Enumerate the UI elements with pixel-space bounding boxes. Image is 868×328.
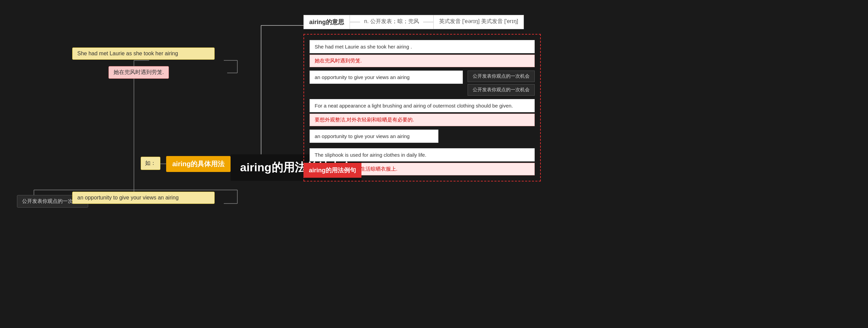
right-s4-en-text: an opportunity to give your views an air… [315,133,410,139]
right-s1-zh-text: 她在兜风时遇到劳笼. [315,58,362,63]
connector-label-text: 如： [145,160,156,166]
bottom-example-text: an opportunity to give your views an air… [77,195,179,200]
right-sentence-2-row: an opportunity to give your views an air… [310,71,535,96]
right-s2-en-text: an opportunity to give your views an air… [315,74,410,80]
right-s3-zh-text: 要想外观整洁,对外衣轻刷和晾晒是有必要的. [315,117,414,122]
right-s1-en-text: She had met Laurie as she took her airin… [315,44,412,50]
example-label: airing的用法例句 [303,163,361,178]
right-s2-label2: 公开发表你观点的一次机会 [468,84,535,96]
right-sentence-5-en: The sliphook is used for airing clothes … [310,148,535,161]
top-example-text: She had met Laurie as she took her airin… [77,51,178,56]
right-sentence-4-row: an opportunity to give your views an air… [310,130,535,145]
right-sentence-2-labels: 公开发表你观点的一次机会 公开发表你观点的一次机会 [468,71,535,96]
example-label-text: airing的用法例句 [309,167,356,174]
top-translation-node: 她在兜风时遇到劳笼. [108,66,169,79]
meaning-definition: n. 公开发表；晾；兜风 [360,15,423,29]
top-translation-text: 她在兜风时遇到劳笼. [114,69,164,75]
meaning-dash-line [350,15,360,29]
right-s2-label1: 公开发表你观点的一次机会 [468,71,535,82]
bottom-example-node: an opportunity to give your views an air… [72,192,215,204]
right-s2-label2-text: 公开发表你观点的一次机会 [473,87,530,92]
specific-usage-node: airing的具体用法 [166,156,231,172]
right-sentence-1-en: She had met Laurie as she took her airin… [310,40,535,53]
right-s3-en-text: For a neat appearance a light brushing a… [315,103,513,109]
right-s2-label1-text: 公开发表你观点的一次机会 [473,73,530,79]
meaning-header-row: airing的意思 n. 公开发表；晾；兜风 英式发音 ['eərɪŋ] 美式发… [303,15,524,29]
right-sentence-2-en: an opportunity to give your views an air… [310,71,463,84]
right-examples-box: She had met Laurie as she took her airin… [303,34,541,181]
connector-label: 如： [141,157,160,170]
right-sentence-1-zh: 她在兜风时遇到劳笼. [310,55,535,67]
specific-usage-label: airing的具体用法 [172,160,224,168]
meaning-dash-line2 [423,15,433,29]
pronunciation-box: 英式发音 ['eərɪŋ] 美式发音 ['erɪŋ] [433,15,524,29]
meaning-label-text: airing的意思 [309,19,344,25]
top-example-node: She had met Laurie as she took her airin… [72,47,215,60]
pronunciation-text: 英式发音 ['eərɪŋ] 美式发音 ['erɪŋ] [439,18,518,24]
meaning-label: airing的意思 [303,15,350,29]
meaning-def-text: n. 公开发表；晾；兜风 [364,18,419,24]
right-sentence-3-en: For a neat appearance a light brushing a… [310,99,535,112]
right-sentence-4-en: an opportunity to give your views an air… [310,130,438,143]
right-sentence-3-zh: 要想外观整洁,对外衣轻刷和晾晒是有必要的. [310,114,535,126]
right-s5-en-text: The sliphook is used for airing clothes … [315,152,426,158]
